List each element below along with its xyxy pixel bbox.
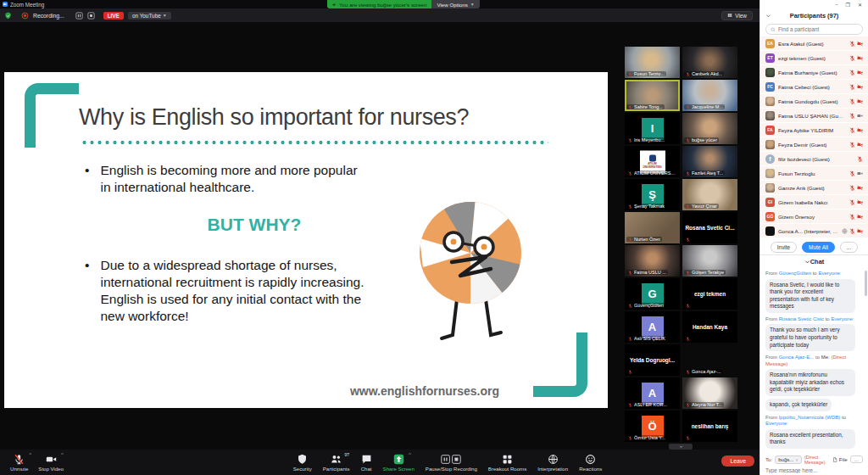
cam-off-icon — [857, 214, 863, 220]
tile-mute-indicator — [684, 304, 692, 308]
video-tile[interactable]: Yelda Dogruogl... — [625, 344, 680, 376]
toolbar-interpretation[interactable]: Interpretation — [537, 454, 568, 472]
video-tile[interactable]: Nurten Özen — [625, 212, 680, 243]
video-tile[interactable]: Gonca Ajaz-... — [682, 344, 737, 376]
video-tile[interactable]: AAslı SİS ÇELİK — [625, 311, 680, 343]
toolbar-share-screen[interactable]: ^Share Screen — [383, 454, 415, 472]
close-button[interactable]: ✕ — [858, 2, 862, 8]
chat-more-button[interactable]: ... — [850, 455, 863, 463]
chevron-down-icon — [679, 444, 683, 449]
minimize-button[interactable]: – — [835, 2, 837, 7]
caret-up-icon[interactable]: ^ — [61, 452, 64, 457]
video-tile[interactable]: ezgi tekmen — [682, 278, 737, 310]
atilim-emblem-icon — [649, 155, 656, 162]
speaker-icon — [332, 3, 337, 7]
video-tile[interactable]: Fusun Terzio... — [625, 47, 680, 78]
message-input[interactable] — [765, 467, 863, 473]
video-tile[interactable]: Fatma USLU ... — [625, 245, 680, 277]
mic-off-icon — [686, 436, 690, 440]
leave-button[interactable]: Leave — [721, 455, 754, 467]
participant-row[interactable]: GÖGizem Önersoy — [760, 210, 868, 223]
participant-search[interactable] — [765, 24, 863, 35]
participant-row[interactable]: Fatma Gundogdu (Guest) — [760, 94, 868, 108]
recipient-selector[interactable]: buğs...∨ — [775, 455, 802, 464]
chat-message-bubble: Rosana Svetic, I would like to thank you… — [765, 279, 855, 313]
caret-up-icon[interactable]: ^ — [29, 452, 31, 457]
tile-logo: Ö — [642, 416, 664, 438]
globe-icon — [842, 228, 848, 234]
toolbar-unmute[interactable]: ^Unmute — [10, 454, 28, 472]
caret-up-icon[interactable]: ^ — [409, 452, 411, 457]
chat-message-header: From Gonca Ajaz-E... to Me: (Direct Mess… — [765, 355, 863, 367]
video-tile[interactable]: Handan Kaya — [682, 311, 737, 343]
invite-button[interactable]: Invite — [771, 242, 797, 253]
video-tile[interactable]: Sabire Tong... — [625, 80, 680, 111]
chat-compose-bar: To: buğs...∨ (Direct Message) File ... — [760, 453, 868, 466]
participant-row[interactable]: Fatma USLU ŞAHAN (Guest) — [760, 109, 868, 122]
toolbar-security[interactable]: Security — [293, 454, 312, 472]
caret-up-icon[interactable]: ^ — [346, 452, 348, 457]
participants-more-button[interactable]: ... — [840, 242, 858, 253]
video-tile[interactable]: Yavuz Çınar — [682, 179, 737, 210]
toolbar-chat[interactable]: Chat — [361, 454, 372, 472]
chat-messages[interactable]: From GüvençGülten to Everyone:Rosana Sve… — [760, 267, 868, 453]
slide-bracket-bottom-right — [533, 332, 587, 397]
stop-recording-button[interactable] — [87, 12, 95, 20]
more-tiles-button[interactable] — [669, 444, 693, 450]
participant-row[interactable]: EAEsra Atakul (Guest) — [760, 36, 868, 50]
video-tile[interactable]: Rosana Svetic Ci... — [682, 212, 737, 243]
view-button[interactable]: View — [721, 11, 753, 20]
video-tile[interactable]: Jacqueline M... — [682, 80, 737, 111]
pause-recording-button[interactable] — [75, 12, 83, 20]
video-tile[interactable]: ÖÖznur Usta Y... — [625, 411, 680, 442]
video-tile[interactable]: Fazilet Ateş T... — [682, 146, 737, 177]
file-button[interactable]: File — [832, 456, 848, 462]
video-tile[interactable]: Gülşen Terakye — [682, 245, 737, 277]
video-tile[interactable]: GGüvençGülten — [625, 278, 680, 310]
mic-off-icon — [628, 171, 632, 176]
tile-mute-indicator — [684, 436, 692, 440]
participant-row[interactable]: Gonca A... (Interpreter, guest) — [760, 224, 868, 238]
cam-off-icon — [857, 55, 863, 61]
mic-off-icon — [857, 156, 863, 162]
mic-off-icon — [849, 142, 855, 148]
chat-scrollbar[interactable] — [865, 271, 867, 296]
video-tile[interactable]: ATILIM ÜNİVERSİTESİATILIM ÜNİVERSİ... — [625, 146, 680, 177]
cam-off-icon — [857, 142, 863, 148]
video-tile[interactable]: AASLI ER KOR... — [625, 377, 680, 409]
video-tile[interactable]: ŞŞenay Takmak — [625, 179, 680, 210]
tile-logo: Ş — [642, 184, 664, 206]
video-tile[interactable]: neslihan barış — [682, 411, 737, 442]
search-input[interactable] — [778, 26, 858, 32]
live-target-button[interactable]: on YouTube▼ — [128, 12, 171, 20]
participant-row[interactable]: ffiliz bozdeveci (Guest) — [760, 152, 868, 165]
participant-list: EAEsra Atakul (Guest)ETezgi tekmen (Gues… — [760, 36, 868, 238]
slide-title: Why is English so important for nurses? — [79, 104, 469, 131]
video-tile[interactable]: IIris Meyenbu... — [625, 113, 680, 144]
toolbar-participants[interactable]: 97^Participants — [323, 454, 350, 472]
participant-row[interactable]: Gamze Arık (Guest) — [760, 181, 868, 194]
participant-row[interactable]: Fatma Burhaniye (Guest) — [760, 65, 868, 79]
to-label: To: — [765, 456, 772, 462]
toolbar-breakout-rooms[interactable]: Breakout Rooms — [488, 454, 526, 472]
cam-off-icon — [857, 98, 863, 104]
participant-row[interactable]: FCFatma Cebeci (Guest) — [760, 80, 868, 93]
collapse-participants-icon[interactable] — [765, 13, 771, 19]
toolbar-pause-stop-recording[interactable]: Pause/Stop Recording — [426, 454, 477, 472]
toolbar-reactions[interactable]: Reactions — [579, 454, 602, 472]
participant-row[interactable]: Fusun Terzioglu — [760, 166, 868, 180]
tile-name-label: Fazilet Ateş T... — [684, 170, 725, 176]
maximize-button[interactable]: ❐ — [846, 2, 850, 8]
participant-row[interactable]: ETezgi tekmen (Guest) — [760, 51, 868, 64]
view-options-button[interactable]: View Options▼ — [431, 0, 479, 8]
participant-row[interactable]: FAFeyza Aybike YILDIRIM — [760, 123, 868, 137]
mute-all-button[interactable]: Mute All — [802, 242, 835, 253]
video-tile[interactable]: buğse yücer — [682, 113, 737, 144]
collapse-chat-icon[interactable] — [804, 259, 810, 265]
video-tile[interactable]: Canberk Akd... — [682, 47, 737, 78]
zoom-app: Zoom Meeting You are viewing buğse yücer… — [0, 0, 868, 475]
participant-row[interactable]: Feyza Demir (Guest) — [760, 137, 868, 151]
toolbar-stop-video[interactable]: ^Stop Video — [38, 454, 64, 472]
participant-row[interactable]: GIGizem Isabella Nakcı — [760, 195, 868, 209]
video-tile[interactable]: Aleyna Nur T... — [682, 377, 737, 409]
